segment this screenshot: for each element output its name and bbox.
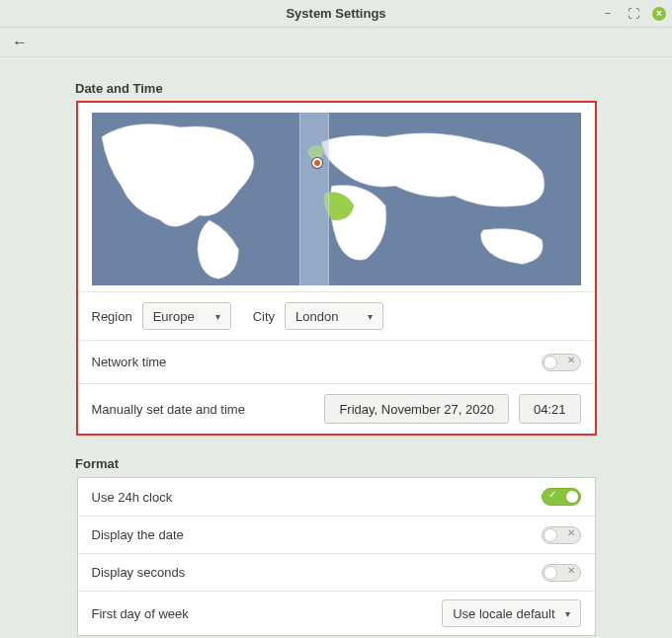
network-time-label: Network time — [92, 355, 167, 369]
use-24h-toggle[interactable] — [542, 488, 581, 506]
display-date-toggle[interactable] — [542, 526, 581, 544]
city-select[interactable]: London ▾ — [285, 302, 383, 330]
manual-datetime-label: Manually set date and time — [92, 402, 245, 417]
first-day-label: First day of week — [92, 606, 189, 621]
row-use-24h: Use 24h clock — [78, 478, 595, 516]
toolbar: ← — [0, 28, 672, 57]
row-manual-datetime: Manually set date and time Friday, Novem… — [78, 383, 595, 434]
back-button[interactable]: ← — [8, 31, 32, 54]
chevron-down-icon: ▾ — [565, 608, 570, 619]
region-label: Region — [92, 309, 132, 324]
row-display-seconds: Display seconds — [78, 553, 595, 591]
titlebar: System Settings － ⛶ × — [0, 0, 672, 28]
minimize-icon[interactable]: － — [601, 7, 615, 21]
time-value: 04:21 — [534, 402, 566, 417]
section-title-datetime: Date and Time — [75, 81, 654, 96]
panel-datetime: Region Europe ▾ City London ▾ Network ti… — [77, 102, 596, 435]
timezone-band — [299, 113, 329, 285]
row-region-city: Region Europe ▾ City London ▾ — [78, 291, 595, 340]
row-display-date: Display the date — [78, 516, 595, 553]
display-seconds-label: Display seconds — [92, 565, 186, 580]
panel-format: Use 24h clock Display the date Display s… — [77, 477, 596, 636]
window-title: System Settings — [286, 6, 385, 21]
date-value: Friday, November 27, 2020 — [339, 402, 494, 417]
row-network-time: Network time — [78, 340, 595, 383]
content: Date and Time Region Europe — [0, 57, 672, 636]
first-day-value: Use locale default — [453, 606, 554, 621]
chevron-down-icon: ▾ — [215, 311, 220, 322]
window-controls: － ⛶ × — [601, 0, 666, 27]
close-icon[interactable]: × — [652, 7, 666, 21]
date-button[interactable]: Friday, November 27, 2020 — [324, 394, 509, 424]
region-value: Europe — [153, 309, 195, 324]
use-24h-label: Use 24h clock — [92, 490, 173, 505]
time-button[interactable]: 04:21 — [519, 394, 581, 424]
arrow-left-icon: ← — [12, 34, 28, 51]
network-time-toggle[interactable] — [542, 354, 581, 371]
region-select[interactable]: Europe ▾ — [142, 302, 231, 330]
section-title-format: Format — [75, 456, 654, 471]
row-first-day: First day of week Use locale default ▾ — [78, 591, 595, 635]
city-label: City — [253, 309, 275, 324]
city-value: London — [295, 309, 338, 324]
location-marker-icon — [312, 158, 322, 168]
world-map-icon — [92, 113, 581, 283]
maximize-icon[interactable]: ⛶ — [627, 7, 640, 21]
timezone-map[interactable] — [92, 113, 581, 285]
first-day-select[interactable]: Use locale default ▾ — [442, 599, 580, 627]
display-seconds-toggle[interactable] — [542, 564, 581, 582]
display-date-label: Display the date — [92, 527, 184, 542]
chevron-down-icon: ▾ — [368, 311, 373, 322]
